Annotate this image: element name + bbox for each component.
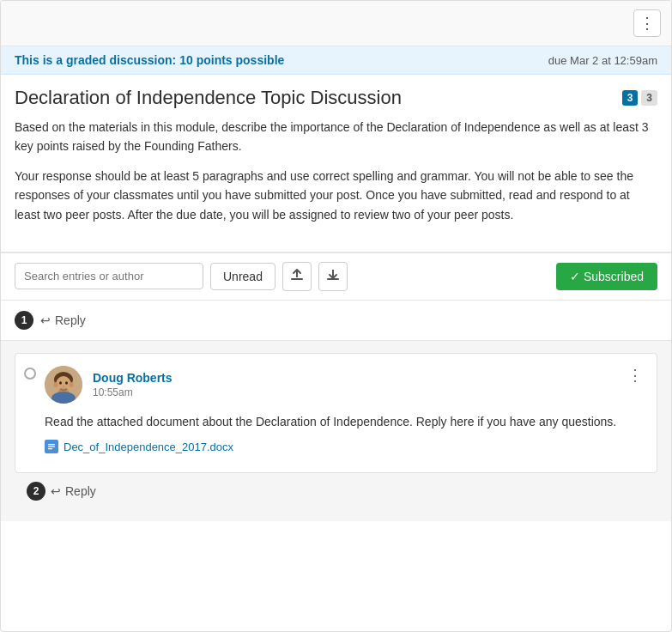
unread-badge: 3 [622,90,639,106]
upload-icon [290,268,304,284]
reply-row-1: 1 ↩ Reply [1,301,671,340]
post-card: Doug Roberts 10:55am ⋮ Read the attached… [15,353,657,473]
posts-section: Doug Roberts 10:55am ⋮ Read the attached… [1,341,671,521]
graded-prefix: This is a graded discussion: [15,53,176,67]
badge-container: 3 3 [622,90,657,106]
post-options-button[interactable]: ⋮ [624,366,646,385]
author-info: Doug Roberts 10:55am [93,371,173,398]
post-time: 10:55am [93,386,173,398]
post-reply-icon: ↩ [51,484,61,498]
svg-point-12 [63,386,64,387]
upload-button[interactable] [282,262,312,291]
post-reply-link[interactable]: ↩ Reply [51,484,96,498]
discussion-paragraph2: Your response should be at least 5 parag… [15,167,657,224]
author-name[interactable]: Doug Roberts [93,371,173,385]
svg-point-10 [59,381,62,385]
reply-icon-1: ↩ [40,313,51,327]
discussion-title: Declaration of Independence Topic Discus… [15,87,402,109]
reply-badge-1: 1 [15,311,33,330]
reply-area: 1 ↩ Reply [1,301,671,341]
post-reply-section: 2 ↩ Reply [15,473,657,509]
svg-rect-17 [48,448,52,449]
top-bar: ⋮ [1,1,671,46]
page-container: ⋮ This is a graded discussion: 10 points… [0,0,672,632]
download-icon [326,268,340,284]
svg-point-8 [54,382,58,387]
svg-point-11 [65,381,68,385]
svg-rect-15 [48,444,55,445]
post-author-row: Doug Roberts 10:55am [45,366,173,404]
svg-point-13 [58,388,69,393]
post-header: Doug Roberts 10:55am ⋮ [45,366,646,404]
kebab-icon: ⋮ [639,14,655,33]
unread-indicator [24,368,36,380]
unread-button[interactable]: Unread [210,263,275,290]
attachment-doc-icon [45,440,58,453]
graded-points: 10 points possible [179,53,284,67]
attachment-link[interactable]: Dec_of_Independence_2017.docx [64,441,233,453]
discussion-paragraph1: Based on the materials in this module, d… [15,118,657,156]
discussion-header: This is a graded discussion: 10 points p… [1,46,671,252]
reply-label-1: Reply [55,313,86,327]
avatar [45,366,82,404]
post-content: Doug Roberts 10:55am ⋮ Read the attached… [45,354,657,472]
post-reply-badge: 2 [27,482,45,501]
toolbar: Unread ✓ Subscribed [1,252,671,301]
post-left [15,354,45,393]
discussion-title-row: Declaration of Independence Topic Discus… [15,87,657,109]
svg-point-9 [70,382,74,387]
kebab-menu-button[interactable]: ⋮ [633,9,661,37]
reply-link-1[interactable]: ↩ Reply [40,313,86,327]
graded-text: This is a graded discussion: 10 points p… [15,53,284,67]
post-reply-label: Reply [65,484,96,498]
attachment-row: Dec_of_Independence_2017.docx [45,440,646,453]
total-badge: 3 [641,90,657,106]
svg-rect-0 [291,278,303,280]
download-button[interactable] [318,262,348,291]
svg-rect-3 [332,270,334,277]
graded-banner: This is a graded discussion: 10 points p… [1,46,671,75]
subscribed-button[interactable]: ✓ Subscribed [556,263,657,290]
discussion-body: Declaration of Independence Topic Discus… [1,75,671,252]
svg-rect-16 [48,446,55,447]
post-text: Read the attached document about the Dec… [45,412,646,431]
post-kebab-icon: ⋮ [627,367,643,384]
due-date: due Mar 2 at 12:59am [548,54,657,67]
search-input[interactable] [15,263,203,289]
